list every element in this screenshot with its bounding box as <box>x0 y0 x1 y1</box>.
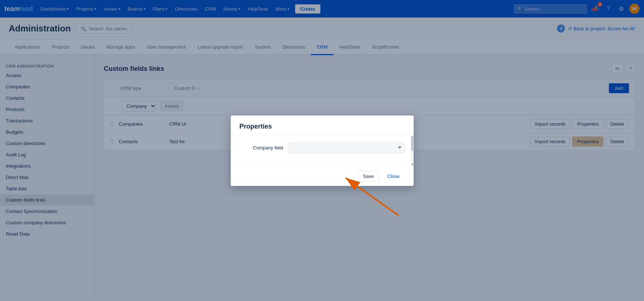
modal-save-button[interactable]: Save <box>358 171 380 182</box>
scroll-up-arrow[interactable]: ▲ <box>411 135 413 138</box>
scrollbar-thumb[interactable] <box>411 138 413 151</box>
scrollbar-track <box>411 135 414 166</box>
modal-footer: Save Close <box>231 166 414 186</box>
modal-field-row: Company field <box>240 142 405 153</box>
properties-modal: Properties Company field ▲ ▼ Save Close <box>231 115 414 186</box>
modal-title: Properties <box>231 115 414 135</box>
modal-body: Company field ▲ ▼ <box>231 135 414 166</box>
modal-overlay[interactable]: Properties Company field ▲ ▼ Save Close <box>0 0 644 298</box>
scroll-down-arrow[interactable]: ▼ <box>411 163 413 166</box>
modal-close-button[interactable]: Close <box>382 171 404 182</box>
company-field-label: Company field <box>240 145 283 150</box>
company-field-select[interactable] <box>288 142 405 153</box>
